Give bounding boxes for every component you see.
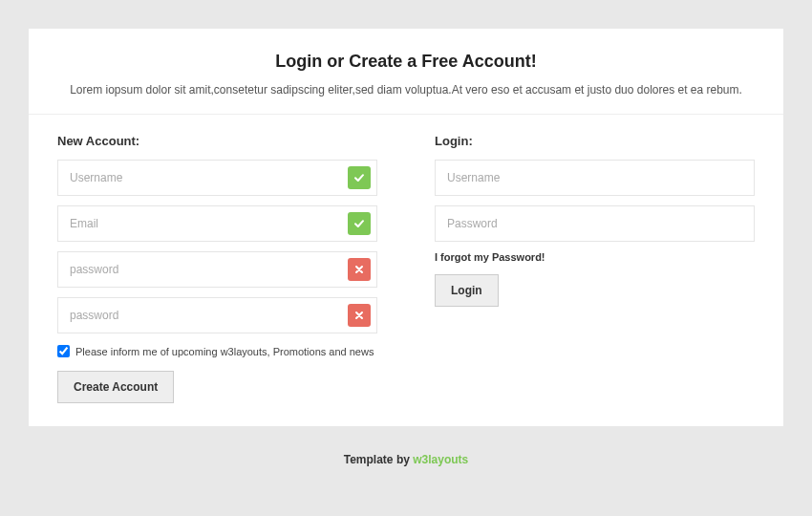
footer-prefix: Template by <box>344 453 413 466</box>
page-subtitle: Lorem iopsum dolor sit amit,consetetur s… <box>57 83 755 97</box>
field-login-password <box>435 205 755 242</box>
login-column: Login: I forgot my Password! Login <box>406 134 755 403</box>
forgot-password-link[interactable]: I forgot my Password! <box>435 251 755 263</box>
signup-password-confirm-input[interactable] <box>57 297 377 333</box>
auth-card: Login or Create a Free Account! Lorem io… <box>29 29 783 426</box>
login-username-input[interactable] <box>435 160 755 196</box>
login-password-input[interactable] <box>435 205 755 242</box>
create-account-button[interactable]: Create Account <box>57 371 174 403</box>
header: Login or Create a Free Account! Lorem io… <box>29 29 783 115</box>
footer-link[interactable]: w3layouts <box>413 453 468 466</box>
footer: Template by w3layouts <box>29 426 783 466</box>
newsletter-checkbox[interactable] <box>57 345 70 357</box>
newsletter-row[interactable]: Please inform me of upcoming w3layouts, … <box>57 345 377 357</box>
close-icon <box>348 258 371 281</box>
newsletter-label: Please inform me of upcoming w3layouts, … <box>75 346 374 357</box>
signup-title: New Account: <box>57 134 377 148</box>
signup-email-input[interactable] <box>57 205 377 242</box>
signup-username-input[interactable] <box>57 160 377 196</box>
page-title: Login or Create a Free Account! <box>57 52 755 72</box>
field-password-confirm <box>57 297 377 333</box>
signup-password-input[interactable] <box>57 251 377 288</box>
close-icon <box>348 304 371 327</box>
check-icon <box>348 212 371 235</box>
field-email <box>57 205 377 242</box>
login-button[interactable]: Login <box>435 274 499 307</box>
signup-column: New Account: <box>57 134 406 403</box>
field-username <box>57 160 377 196</box>
field-login-username <box>435 160 755 196</box>
field-password <box>57 251 377 288</box>
check-icon <box>348 166 371 189</box>
login-title: Login: <box>435 134 755 148</box>
form-body: New Account: <box>29 115 783 426</box>
